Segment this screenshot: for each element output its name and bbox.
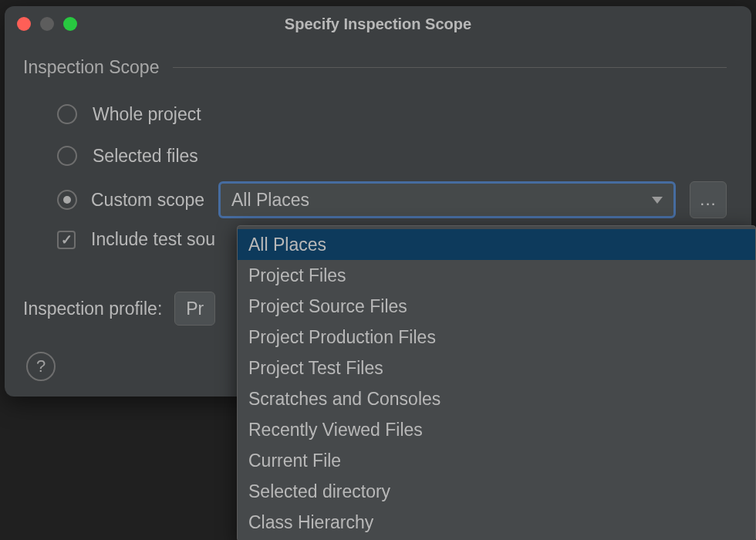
- help-button[interactable]: ?: [26, 352, 56, 381]
- maximize-window-button[interactable]: [63, 17, 77, 31]
- radio-icon-selected[interactable]: [57, 190, 77, 210]
- menu-item-scratches-consoles[interactable]: Scratches and Consoles: [238, 383, 755, 414]
- close-window-button[interactable]: [17, 17, 31, 31]
- selected-files-radio-row[interactable]: Selected files: [57, 140, 727, 172]
- divider: [173, 67, 727, 68]
- chevron-down-icon: [652, 197, 663, 204]
- section-header: Inspection Scope: [23, 57, 727, 78]
- section-title: Inspection Scope: [23, 57, 159, 78]
- radio-label: Selected files: [93, 146, 198, 167]
- menu-item-project-test-files[interactable]: Project Test Files: [238, 353, 755, 383]
- menu-item-project-production-files[interactable]: Project Production Files: [238, 322, 755, 353]
- dropdown-value: All Places: [231, 190, 309, 211]
- radio-icon: [57, 104, 77, 124]
- scope-dropdown-menu: All Places Project Files Project Source …: [237, 225, 756, 540]
- menu-item-class-hierarchy[interactable]: Class Hierarchy: [238, 507, 755, 538]
- menu-item-all-places[interactable]: All Places: [238, 229, 755, 260]
- radio-icon: [57, 146, 77, 166]
- custom-scope-radio-row: Custom scope All Places ...: [57, 181, 727, 218]
- menu-item-current-file[interactable]: Current File: [238, 445, 755, 476]
- profile-label: Inspection profile:: [23, 299, 162, 319]
- dialog-title: Specify Inspection Scope: [285, 15, 471, 33]
- menu-item-project-source-files[interactable]: Project Source Files: [238, 291, 755, 322]
- menu-item-recently-viewed[interactable]: Recently Viewed Files: [238, 414, 755, 445]
- scope-dropdown[interactable]: All Places: [218, 181, 676, 218]
- browse-scope-button[interactable]: ...: [690, 181, 727, 218]
- profile-dropdown[interactable]: Pr: [174, 292, 215, 326]
- menu-item-project-files[interactable]: Project Files: [238, 260, 755, 291]
- profile-value: Pr: [186, 299, 204, 319]
- titlebar: Specify Inspection Scope: [5, 6, 751, 42]
- menu-item-selected-directory[interactable]: Selected directory: [238, 476, 755, 507]
- minimize-window-button[interactable]: [40, 17, 54, 31]
- whole-project-radio-row[interactable]: Whole project: [57, 98, 727, 130]
- checkbox-icon: [57, 231, 76, 249]
- radio-label[interactable]: Custom scope: [91, 190, 204, 211]
- radio-label: Whole project: [93, 104, 201, 125]
- window-controls: [17, 17, 77, 31]
- checkbox-label: Include test sou: [91, 229, 215, 250]
